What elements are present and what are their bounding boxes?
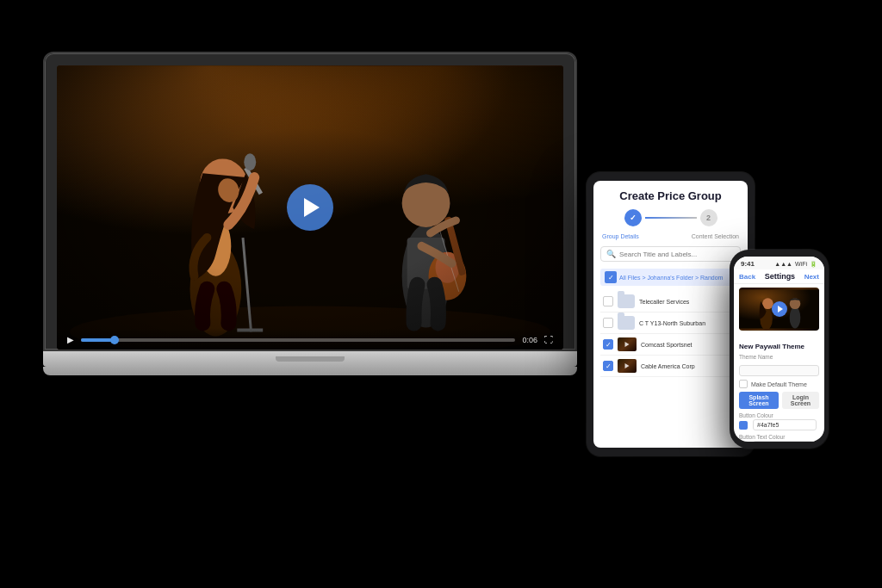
video-controls: ▶ 0:06 ⛶ — [57, 328, 563, 350]
search-bar[interactable]: 🔍 — [600, 246, 741, 262]
phone-section-title: New Paywall Theme — [739, 343, 819, 350]
phone-notch — [762, 250, 797, 255]
phone-nav-action[interactable]: Next — [804, 273, 819, 281]
phone-status-bar: 9:41 ▲▲▲ WiFi 🔋 — [734, 257, 824, 269]
make-default-checkbox[interactable] — [739, 380, 748, 388]
phone-content: New Paywall Theme Theme Name Make Defaul… — [734, 337, 824, 442]
time-display: 0:06 — [522, 336, 537, 344]
file-row-2[interactable]: ✓ Comcast Sportsnet — [600, 334, 741, 356]
splash-screen-btn[interactable]: Splash Screen — [739, 392, 779, 409]
phone-shadow — [736, 485, 848, 502]
progress-fill — [81, 338, 115, 342]
tablet-stepper: ✓ 2 — [600, 209, 741, 226]
laptop-stand — [43, 367, 577, 375]
play-control-icon[interactable]: ▶ — [67, 335, 74, 344]
screen-type-buttons: Splash Screen Login Screen — [739, 392, 819, 409]
phone-video-area — [734, 284, 824, 337]
step-1-label: Group Details — [602, 233, 639, 239]
phone-play-btn[interactable] — [772, 301, 787, 317]
file-checkbox-2[interactable]: ✓ — [603, 339, 613, 350]
make-default-label: Make Default Theme — [751, 381, 807, 387]
step-2-circle: 2 — [700, 209, 717, 226]
theme-name-label: Theme Name — [739, 354, 819, 360]
file-row-3[interactable]: ✓ Cable America Corp — [600, 356, 741, 377]
laptop-shadow — [26, 476, 577, 511]
tablet-title: Create Price Group — [600, 189, 741, 202]
search-input[interactable] — [619, 251, 735, 258]
step-labels: Group Details Content Selection — [600, 233, 741, 239]
button-colour-swatch — [739, 421, 748, 430]
button-colour-input[interactable] — [753, 419, 817, 430]
file-name-1: C T Y13-North Suburban — [639, 320, 738, 326]
make-default-row: Make Default Theme — [739, 380, 819, 388]
laptop-base — [43, 351, 577, 367]
laptop-screen: ▶ 0:06 ⛶ — [57, 65, 563, 350]
login-screen-btn[interactable]: Login Screen — [782, 392, 819, 409]
phone-nav-back[interactable]: Back — [739, 273, 755, 281]
button-text-colour-input[interactable] — [753, 441, 817, 442]
file-name-3: Cable America Corp — [641, 363, 738, 369]
laptop-screen-outer: ▶ 0:06 ⛶ — [43, 52, 577, 351]
file-checkbox-0[interactable] — [603, 296, 613, 306]
search-icon: 🔍 — [606, 250, 616, 258]
phone-nav-title: Settings — [765, 272, 796, 281]
phone-status-icons: ▲▲▲ WiFi 🔋 — [774, 261, 817, 268]
file-row-0[interactable]: Telecaller Services — [600, 291, 741, 313]
folder-icon-1 — [618, 316, 635, 330]
tablet-screen: Create Price Group ✓ 2 Group Details Con… — [593, 181, 748, 448]
file-checkbox-1[interactable] — [603, 318, 613, 328]
svg-point-24 — [790, 306, 801, 328]
phone-video-thumb — [739, 288, 819, 331]
folder-icon-0 — [618, 294, 635, 308]
breadcrumb-check: ✓ — [605, 271, 617, 283]
progress-bar[interactable] — [81, 338, 515, 342]
button-text-colour-group: Button Text Colour — [739, 434, 819, 442]
phone-frame: 9:41 ▲▲▲ WiFi 🔋 Back Settings Next — [730, 250, 829, 449]
file-thumb-3 — [618, 359, 637, 373]
progress-dot — [110, 336, 119, 344]
file-row-1[interactable]: C T Y13-North Suburban — [600, 313, 741, 334]
breadcrumb-text: All Files > Johanna's Folder > Random — [619, 275, 723, 281]
phone-nav: Back Settings Next — [734, 269, 824, 284]
theme-name-input[interactable] — [739, 365, 819, 376]
battery-icon: 🔋 — [810, 261, 817, 268]
button-colour-group: Button Colour — [739, 412, 819, 430]
file-thumb-2 — [618, 337, 637, 351]
thumb-play-2 — [625, 342, 630, 347]
phone: 9:41 ▲▲▲ WiFi 🔋 Back Settings Next — [730, 250, 829, 449]
file-name-0: Telecaller Services — [639, 299, 738, 305]
file-checkbox-3[interactable]: ✓ — [603, 361, 613, 371]
phone-time: 9:41 — [741, 260, 755, 268]
button-text-colour-label: Button Text Colour — [739, 434, 819, 440]
fullscreen-icon[interactable]: ⛶ — [544, 335, 553, 344]
phone-play-icon — [778, 306, 783, 313]
file-name-2: Comcast Sportsnet — [641, 342, 738, 348]
signal-icon: ▲▲▲ — [774, 261, 792, 267]
button-colour-label: Button Colour — [739, 412, 819, 418]
theme-name-group: Theme Name — [739, 354, 819, 376]
play-icon — [304, 198, 320, 217]
step-1-circle: ✓ — [624, 209, 642, 226]
tablet-content: Create Price Group ✓ 2 Group Details Con… — [593, 181, 748, 386]
step-2-label: Content Selection — [692, 233, 739, 239]
main-scene: ▶ 0:06 ⛶ — [0, 0, 882, 588]
wifi-icon: WiFi — [795, 261, 807, 267]
play-button[interactable] — [287, 184, 333, 231]
laptop-video: ▶ 0:06 ⛶ — [57, 65, 563, 350]
laptop-notch — [276, 356, 345, 362]
breadcrumb-row: ✓ All Files > Johanna's Folder > Random — [600, 269, 741, 286]
laptop: ▶ 0:06 ⛶ — [43, 52, 577, 375]
thumb-play-3 — [625, 363, 630, 368]
step-line — [645, 217, 697, 219]
phone-screen: 9:41 ▲▲▲ WiFi 🔋 Back Settings Next — [734, 257, 824, 442]
